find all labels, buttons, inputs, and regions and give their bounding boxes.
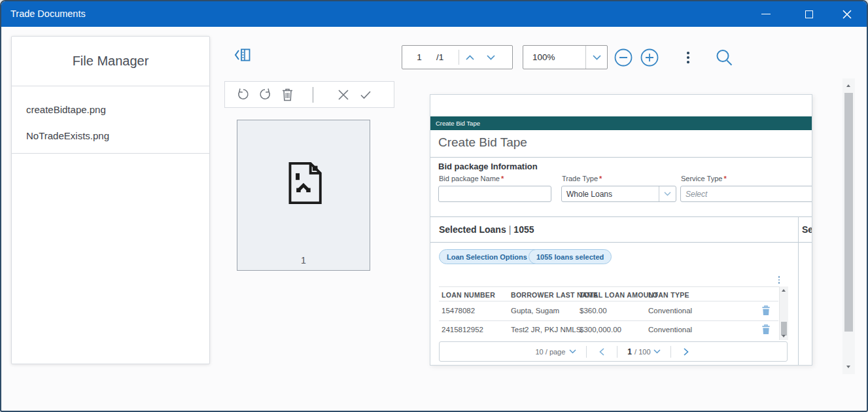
confirm-icon [360, 90, 372, 99]
collapse-thumbnails-button[interactable] [233, 46, 251, 64]
trade-type-select[interactable]: Whole Loans [561, 186, 676, 202]
search-button[interactable] [713, 46, 735, 68]
scroll-up-icon[interactable] [846, 84, 850, 87]
chevron-down-icon [664, 192, 671, 196]
required-marker: * [723, 175, 726, 182]
col-header-loan-type: LOAN TYPE [648, 291, 689, 299]
cell-loan-type: Conventional [648, 307, 692, 315]
service-type-select[interactable]: Select [680, 186, 812, 202]
document-preview-page: Create Bid Tape Create Bid Tape Bid pack… [430, 94, 812, 366]
cancel-icon [338, 89, 349, 101]
minimize-icon [761, 14, 771, 14]
trade-type-label: Trade Type* [562, 175, 602, 182]
file-item-notradeexists[interactable]: NoTradeExists.png [12, 123, 209, 149]
divider [439, 286, 787, 287]
overflow-menu-icon [778, 276, 780, 278]
table-scrollbar[interactable] [779, 286, 788, 340]
file-manager-title: File Manager [12, 37, 209, 86]
chevron-left-icon [599, 348, 604, 356]
more-options-button[interactable] [684, 48, 693, 67]
cell-amount: $360.00 [580, 307, 607, 315]
previous-page-button[interactable] [459, 46, 480, 69]
page-navigation-box: 1 /1 [402, 45, 513, 69]
select-dropdown-button[interactable] [659, 186, 676, 201]
cell-loan-number: 15478082 [442, 307, 475, 315]
service-type-label: Service Type* [681, 175, 727, 182]
divider [313, 87, 313, 103]
zoom-out-button[interactable] [613, 47, 634, 68]
divider [430, 216, 812, 217]
scrollbar-thumb[interactable] [781, 322, 787, 335]
undo-icon [236, 88, 250, 101]
undo-button[interactable] [232, 84, 254, 106]
selected-loans-title: Selected Loans|1055 [439, 224, 534, 235]
cell-loan-type: Conventional [648, 326, 692, 334]
zoom-in-button[interactable] [639, 47, 660, 68]
redo-icon [258, 88, 272, 101]
divider [586, 346, 587, 358]
scrollbar-thumb[interactable] [844, 93, 853, 332]
trade-type-value: Whole Loans [562, 190, 659, 199]
previous-table-page-button[interactable] [597, 348, 607, 356]
service-type-placeholder: Select [681, 190, 812, 199]
chevron-down-icon [487, 55, 495, 60]
loans-selected-badge[interactable]: 1055 loans selected [529, 249, 612, 264]
scroll-up-icon[interactable] [782, 289, 786, 292]
minimize-button[interactable] [755, 3, 777, 25]
zoom-value: 100% [523, 52, 585, 62]
page-number-input[interactable]: 1 [402, 52, 436, 62]
table-page-indicator[interactable]: 1 / 100 [627, 347, 660, 356]
doc-window-bar: Create Bid Tape [430, 116, 812, 130]
close-icon [842, 10, 852, 19]
divider [439, 320, 778, 321]
broken-image-icon [286, 161, 322, 205]
col-header-loan-number: LOAN NUMBER [442, 291, 495, 299]
table-options-button[interactable] [776, 275, 782, 285]
window-title: Trade Documents [10, 1, 86, 27]
delete-loan-button[interactable] [761, 324, 771, 335]
annotation-toolbar [224, 81, 394, 108]
divider [617, 346, 617, 358]
col-header-total-loan-amount: TOTAL LOAN AMOUNT [580, 291, 658, 299]
scroll-down-icon[interactable] [782, 335, 786, 337]
file-manager-panel: File Manager createBidtape.png NoTradeEx… [11, 36, 210, 364]
bid-package-name-input[interactable] [438, 186, 551, 202]
delete-page-button[interactable] [276, 84, 298, 106]
zoom-out-icon [614, 48, 633, 67]
apply-changes-button[interactable] [355, 84, 377, 106]
maximize-button[interactable] [798, 3, 820, 25]
delete-loan-button[interactable] [761, 305, 771, 316]
trash-icon [281, 88, 294, 101]
chevron-down-icon [593, 55, 601, 60]
next-table-page-button[interactable] [681, 348, 691, 356]
scroll-down-icon[interactable] [846, 366, 850, 368]
chevron-right-icon [684, 348, 689, 356]
thumbnail-page-number: 1 [237, 255, 370, 266]
cell-borrower: Gupta, Sugam [511, 307, 559, 315]
discard-changes-button[interactable] [332, 84, 355, 106]
next-page-button[interactable] [480, 46, 501, 69]
file-list: createBidtape.png NoTradeExists.png [12, 86, 209, 154]
next-section-title-partial: Se [802, 224, 812, 235]
close-button[interactable] [836, 3, 858, 25]
search-icon [715, 48, 733, 67]
divider [439, 301, 778, 301]
trade-documents-window: Trade Documents File Manager createBidta… [0, 0, 868, 412]
divider [670, 346, 671, 358]
chevron-down-icon [569, 349, 576, 354]
bid-package-name-label: Bid package Name* [439, 175, 504, 182]
page-thumbnail[interactable]: 1 [237, 120, 370, 271]
zoom-dropdown-button[interactable] [586, 46, 607, 69]
overflow-menu-icon [687, 52, 689, 54]
chevron-up-icon [466, 55, 474, 60]
per-page-select[interactable]: 10 / page [535, 348, 576, 356]
cell-loan-number: 2415812952 [442, 326, 483, 334]
redo-button[interactable] [254, 84, 276, 106]
doc-heading: Create Bid Tape [438, 135, 527, 150]
selected-loans-count: 1055 [513, 224, 534, 235]
file-item-createbidtape[interactable]: createBidtape.png [12, 97, 209, 123]
zoom-select[interactable]: 100% [523, 45, 608, 69]
chevron-down-icon [653, 349, 661, 354]
viewer-scrollbar[interactable] [842, 78, 855, 374]
bid-package-section-title: Bid package Information [438, 162, 538, 171]
